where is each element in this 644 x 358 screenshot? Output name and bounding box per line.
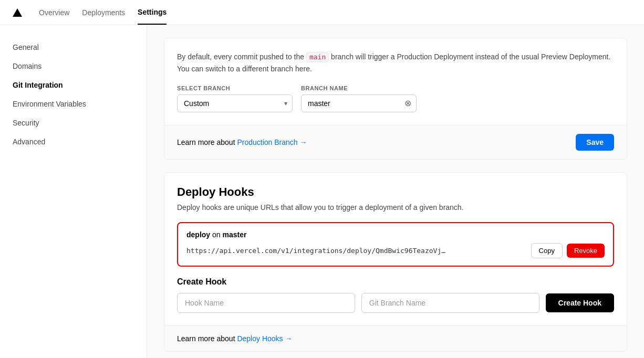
hook-name-input[interactable] <box>177 293 355 313</box>
nav-deployments[interactable]: Deployments <box>82 1 125 24</box>
production-branch-description: By default, every commit pushed to the m… <box>177 51 614 75</box>
branch-name-group: BRANCH NAME ⊗ <box>301 85 417 112</box>
hook-item-header: deploy on master <box>186 230 605 239</box>
hook-on-label: on <box>212 230 222 239</box>
hook-url-row: https://api.vercel.com/v1/integrations/d… <box>186 243 605 258</box>
sidebar-item-env-vars[interactable]: Environment Variables <box>0 94 147 113</box>
production-branch-card: By default, every commit pushed to the m… <box>164 38 627 160</box>
save-button[interactable]: Save <box>576 134 614 151</box>
select-branch-wrapper: Custom main ▾ <box>177 94 293 112</box>
select-branch-label: SELECT BRANCH <box>177 85 293 91</box>
logo[interactable] <box>13 8 22 17</box>
top-nav: Overview Deployments Settings <box>0 0 644 25</box>
main-content: By default, every commit pushed to the m… <box>147 25 644 358</box>
hook-branch: master <box>222 230 246 239</box>
nav-overview[interactable]: Overview <box>39 1 69 24</box>
hook-name: deploy <box>186 230 210 239</box>
deploy-hooks-footer: Learn more about Deploy Hooks → <box>164 325 627 351</box>
hook-url-text: https://api.vercel.com/v1/integrations/d… <box>186 247 527 255</box>
branch-name-input-wrapper: ⊗ <box>301 94 417 112</box>
create-hook-title: Create Hook <box>177 277 614 287</box>
branch-code-inline: main <box>306 52 329 62</box>
sidebar-item-general[interactable]: General <box>0 38 147 57</box>
deploy-hooks-card: Deploy Hooks Deploy hooks are unique URL… <box>164 172 627 352</box>
production-branch-footer: Learn more about Production Branch → Sav… <box>164 125 627 159</box>
branch-form-row: SELECT BRANCH Custom main ▾ BRANCH NAME <box>177 85 614 112</box>
clear-branch-name-button[interactable]: ⊗ <box>404 99 411 108</box>
sidebar-item-domains[interactable]: Domains <box>0 57 147 76</box>
branch-name-label: BRANCH NAME <box>301 85 417 91</box>
production-branch-link[interactable]: Production Branch → <box>237 138 307 146</box>
branch-name-input[interactable] <box>301 94 417 112</box>
deploy-hooks-description: Deploy hooks are unique URLs that allow … <box>177 203 614 212</box>
deploy-hooks-title: Deploy Hooks <box>177 185 614 199</box>
layout: General Domains Git Integration Environm… <box>0 25 644 358</box>
select-branch-group: SELECT BRANCH Custom main ▾ <box>177 85 293 112</box>
create-hook-row: Create Hook <box>177 293 614 313</box>
copy-button[interactable]: Copy <box>531 243 563 258</box>
deploy-hooks-body: Deploy Hooks Deploy hooks are unique URL… <box>164 173 627 325</box>
learn-more-production: Learn more about Production Branch → <box>177 138 307 146</box>
git-branch-name-input[interactable] <box>361 293 539 313</box>
create-hook-button[interactable]: Create Hook <box>546 293 614 312</box>
nav-settings[interactable]: Settings <box>138 1 167 25</box>
sidebar: General Domains Git Integration Environm… <box>0 25 147 358</box>
logo-triangle-icon <box>13 8 22 17</box>
learn-more-hooks: Learn more about Deploy Hooks → <box>177 334 292 343</box>
select-branch-dropdown[interactable]: Custom main <box>177 94 293 112</box>
deploy-hooks-link[interactable]: Deploy Hooks → <box>237 334 292 343</box>
production-branch-body: By default, every commit pushed to the m… <box>164 38 627 125</box>
create-hook-section: Create Hook Create Hook <box>177 277 614 313</box>
sidebar-item-advanced[interactable]: Advanced <box>0 132 147 151</box>
existing-hook-item: deploy on master https://api.vercel.com/… <box>177 222 614 267</box>
sidebar-item-git-integration[interactable]: Git Integration <box>0 76 147 94</box>
revoke-button[interactable]: Revoke <box>567 244 605 258</box>
sidebar-item-security[interactable]: Security <box>0 113 147 132</box>
